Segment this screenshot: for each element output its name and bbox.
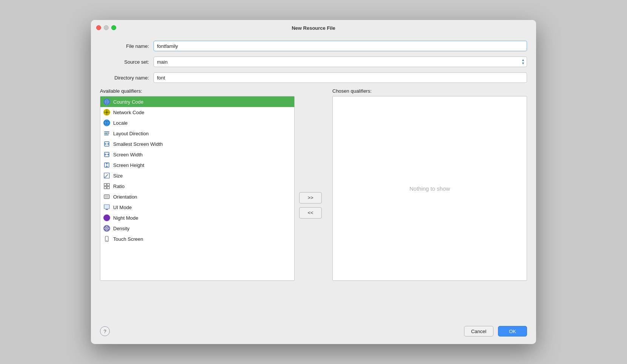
- svg-rect-40: [104, 205, 109, 208]
- svg-rect-38: [105, 196, 109, 198]
- remove-qualifier-button[interactable]: <<: [299, 207, 322, 219]
- maximize-button[interactable]: [111, 25, 116, 30]
- svg-point-45: [106, 228, 108, 229]
- close-button[interactable]: [96, 25, 101, 30]
- dialog-footer: ? Cancel OK: [91, 321, 536, 344]
- title-bar: New Resource File: [91, 20, 536, 35]
- chosen-qualifiers-col: Chosen qualifiers: Nothing to show: [332, 88, 527, 281]
- svg-rect-33: [104, 184, 106, 186]
- list-item[interactable]: Ratio: [100, 181, 294, 191]
- list-item[interactable]: UI Mode: [100, 202, 294, 213]
- ratio-icon: [103, 183, 110, 190]
- list-item-label: Locale: [113, 120, 128, 126]
- list-item-label: UI Mode: [113, 205, 132, 210]
- list-item[interactable]: Screen Width: [100, 149, 294, 160]
- svg-rect-14: [104, 132, 109, 132]
- svg-rect-34: [107, 184, 109, 186]
- screen-width-icon: [103, 151, 110, 158]
- directory-name-input[interactable]: [154, 72, 527, 83]
- orientation-icon: [103, 193, 110, 200]
- svg-rect-15: [104, 133, 108, 134]
- list-item[interactable]: Smallest Screen Width: [100, 139, 294, 149]
- list-item-label: Network Code: [113, 110, 144, 115]
- help-button[interactable]: ?: [100, 326, 110, 336]
- svg-rect-41: [106, 209, 108, 210]
- touch-screen-icon: [103, 236, 110, 242]
- directory-name-label: Directory name:: [100, 75, 149, 81]
- density-icon: [103, 225, 110, 232]
- traffic-lights: [96, 25, 116, 30]
- country-code-icon: [103, 98, 110, 105]
- svg-rect-36: [107, 187, 109, 189]
- svg-point-42: [104, 215, 109, 220]
- source-set-select[interactable]: main: [154, 57, 527, 67]
- night-mode-icon: [103, 214, 110, 221]
- svg-marker-17: [108, 133, 109, 134]
- file-name-input[interactable]: [154, 41, 527, 51]
- svg-point-51: [106, 240, 107, 241]
- chosen-qualifiers-label: Chosen qualifiers:: [332, 88, 527, 94]
- list-item[interactable]: Country Code: [100, 96, 294, 107]
- file-name-row: File name:: [100, 41, 527, 51]
- smallest-screen-width-icon: [103, 141, 110, 147]
- list-item-label: Night Mode: [113, 215, 138, 221]
- locale-icon: [103, 119, 110, 126]
- source-set-wrapper: main ▲ ▼: [154, 57, 527, 67]
- list-item[interactable]: Network Code: [100, 107, 294, 118]
- list-item-label: Touch Screen: [113, 236, 143, 242]
- list-item[interactable]: Locale: [100, 118, 294, 128]
- list-item-label: Density: [113, 226, 129, 231]
- list-item-label: Screen Width: [113, 152, 143, 158]
- minimize-button[interactable]: [104, 25, 109, 30]
- qualifiers-section: Available qualifiers: Country Code: [100, 88, 527, 312]
- available-qualifier-list[interactable]: Country Code Network Code: [100, 96, 295, 281]
- list-item[interactable]: Density: [100, 223, 294, 234]
- file-name-label: File name:: [100, 43, 149, 49]
- screen-height-icon: [103, 162, 110, 168]
- add-qualifier-button[interactable]: >>: [299, 192, 322, 203]
- list-item[interactable]: Orientation: [100, 191, 294, 202]
- list-item[interactable]: Screen Height: [100, 160, 294, 170]
- source-set-label: Source set:: [100, 59, 149, 65]
- list-item-label: Size: [113, 173, 123, 179]
- available-qualifiers-col: Available qualifiers: Country Code: [100, 88, 295, 281]
- chosen-qualifier-list: Nothing to show: [332, 96, 527, 281]
- arrows-col: >> <<: [295, 192, 326, 219]
- list-item-label: Layout Direction: [113, 131, 149, 136]
- list-item-label: Smallest Screen Width: [113, 141, 163, 147]
- cancel-button[interactable]: Cancel: [464, 326, 493, 336]
- network-code-icon: [103, 109, 110, 116]
- ok-button[interactable]: OK: [498, 326, 527, 336]
- svg-line-31: [106, 174, 108, 177]
- svg-rect-35: [104, 187, 106, 189]
- list-item-label: Orientation: [113, 194, 137, 200]
- nothing-to-show-text: Nothing to show: [409, 185, 450, 192]
- dialog-title: New Resource File: [292, 25, 335, 31]
- available-qualifiers-label: Available qualifiers:: [100, 88, 295, 94]
- list-item-label: Ratio: [113, 184, 124, 189]
- footer-right: Cancel OK: [464, 326, 527, 336]
- new-resource-file-dialog: New Resource File File name: Source set:…: [91, 20, 536, 344]
- svg-rect-16: [104, 135, 109, 135]
- source-set-row: Source set: main ▲ ▼: [100, 57, 527, 67]
- directory-name-row: Directory name:: [100, 72, 527, 83]
- ui-mode-icon: [103, 204, 110, 211]
- size-icon: [103, 172, 110, 179]
- list-item[interactable]: Touch Screen: [100, 234, 294, 244]
- list-item-label: Country Code: [113, 99, 143, 105]
- list-item[interactable]: Layout Direction: [100, 128, 294, 139]
- layout-direction-icon: [103, 130, 110, 137]
- list-item[interactable]: Night Mode: [100, 213, 294, 223]
- svg-point-6: [106, 112, 108, 113]
- list-item-label: Screen Height: [113, 162, 144, 168]
- dialog-body: File name: Source set: main ▲ ▼ Director…: [91, 35, 536, 321]
- list-item[interactable]: Size: [100, 170, 294, 181]
